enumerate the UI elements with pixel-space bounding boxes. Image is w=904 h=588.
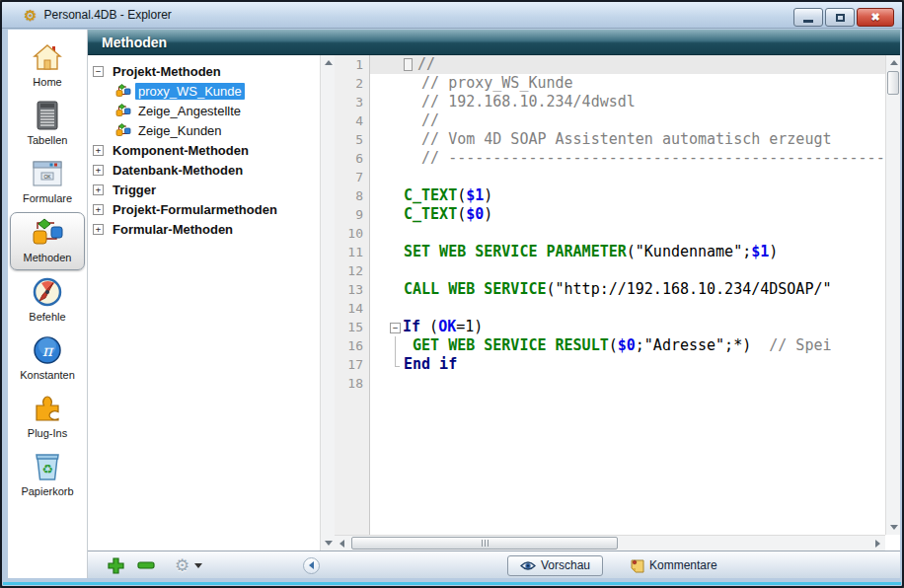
- line-number: 18: [335, 374, 363, 393]
- code-line-4[interactable]: //: [370, 111, 885, 130]
- line-number: 4: [335, 111, 363, 130]
- editor-vertical-scrollbar[interactable]: [885, 55, 900, 535]
- code-line-1[interactable]: //: [370, 55, 885, 74]
- tree-item-proxy_ws_kunde[interactable]: proxy_WS_Kunde: [88, 81, 319, 101]
- expand-box-icon[interactable]: +: [93, 165, 104, 176]
- code-area[interactable]: // // proxy_WS_Kunde // 192.168.10.234/4…: [370, 55, 885, 535]
- code-token-var: OK: [438, 318, 456, 335]
- tree-item-label: Formular-Methoden: [110, 221, 236, 238]
- minimize-button[interactable]: [793, 8, 823, 27]
- sidebar-item-label: Methoden: [24, 252, 72, 263]
- expand-box-icon[interactable]: +: [93, 204, 104, 215]
- code-line-14[interactable]: [370, 299, 885, 318]
- tree-scrollbar[interactable]: [320, 55, 335, 551]
- window-title: Personal.4DB - Explorer: [43, 8, 171, 22]
- scroll-up-icon[interactable]: [321, 55, 336, 70]
- bottom-accent-line: [3, 582, 901, 585]
- code-token-cmd: CALL WEB SERVICE: [404, 280, 547, 298]
- code-token-pln: (: [457, 186, 466, 204]
- line-number-gutter: 123456789101112131415161718: [335, 55, 370, 535]
- collapse-panel-button[interactable]: [303, 557, 320, 574]
- scroll-down-icon[interactable]: [321, 536, 336, 551]
- tree-item-label: Projekt-Methoden: [110, 63, 224, 80]
- tree-item-label: Projekt-Formularmethoden: [110, 201, 280, 218]
- close-button[interactable]: ✖: [857, 8, 894, 27]
- comments-button[interactable]: Kommentare: [631, 558, 717, 573]
- text-caret: [404, 58, 413, 71]
- code-line-6[interactable]: // -------------------------------------…: [370, 149, 885, 168]
- code-line-15[interactable]: −If (OK=1): [370, 318, 885, 336]
- line-number: 12: [335, 261, 363, 280]
- code-line-2[interactable]: // proxy_WS_Kunde: [370, 74, 885, 93]
- scroll-left-icon[interactable]: [335, 536, 349, 551]
- preview-button[interactable]: Vorschau: [507, 555, 603, 576]
- sidebar-item-label: Papierkorb: [21, 485, 73, 497]
- sidebar-item-home[interactable]: Home: [10, 37, 85, 94]
- sidebar-item-befehle[interactable]: Befehle: [10, 272, 85, 329]
- plus-icon: [108, 557, 124, 574]
- line-number: 1: [335, 55, 363, 74]
- code-line-5[interactable]: // Vom 4D SOAP Assistenten automatisch e…: [370, 130, 885, 149]
- options-menu-button[interactable]: ⚙: [175, 557, 202, 574]
- code-token-cmd: C_TEXT: [404, 186, 457, 204]
- sidebar-item-methoden[interactable]: Methoden: [10, 212, 85, 270]
- sidebar-item-tabellen[interactable]: Tabellen: [10, 96, 85, 152]
- code-line-7[interactable]: [370, 168, 885, 186]
- explorer-window: ⚙ Personal.4DB - Explorer ✖ Home Tabelle…: [0, 0, 904, 588]
- code-line-11[interactable]: SET WEB SERVICE PARAMETER("Kundenname";$…: [370, 243, 885, 261]
- editor-horizontal-scrollbar[interactable]: [335, 535, 885, 551]
- tree-item-label: Trigger: [110, 182, 159, 198]
- code-line-16[interactable]: GET WEB SERVICE RESULT($0;"Adresse";*) /…: [370, 336, 885, 355]
- form-window-icon: OK: [33, 158, 62, 189]
- remove-method-button[interactable]: [137, 561, 155, 569]
- code-line-13[interactable]: CALL WEB SERVICE("http://192.168.10.234/…: [370, 280, 885, 299]
- scroll-right-icon[interactable]: [870, 536, 885, 551]
- add-method-button[interactable]: [108, 557, 124, 574]
- pi-icon: π: [33, 334, 62, 366]
- close-icon: ✖: [870, 11, 879, 24]
- method-icon: [115, 104, 131, 118]
- code-line-18[interactable]: [370, 374, 885, 393]
- line-number: 16: [335, 336, 363, 355]
- tree-item-projekt-methoden[interactable]: −Projekt-Methoden: [88, 61, 319, 81]
- expand-box-icon[interactable]: +: [93, 145, 104, 156]
- code-line-3[interactable]: // 192.168.10.234/4dwsdl: [370, 93, 885, 111]
- tree-item-projekt-formularmethoden[interactable]: +Projekt-Formularmethoden: [88, 199, 319, 219]
- tree-item-komponent-methoden[interactable]: +Komponent-Methoden: [88, 140, 319, 160]
- scroll-thumb[interactable]: [351, 537, 618, 550]
- code-line-10[interactable]: [370, 224, 885, 243]
- trash-icon: ♻: [34, 451, 61, 482]
- tree-item-formular-methoden[interactable]: +Formular-Methoden: [88, 219, 319, 239]
- scroll-thumb[interactable]: [887, 71, 899, 95]
- tree-item-zeige_angestellte[interactable]: Zeige_Angestellte: [88, 101, 319, 120]
- title-bar[interactable]: ⚙ Personal.4DB - Explorer ✖: [2, 2, 902, 29]
- code-line-17[interactable]: End if: [370, 355, 885, 374]
- code-token-pln: [404, 336, 413, 354]
- code-token-pln: (: [609, 336, 618, 354]
- preview-label: Vorschau: [541, 558, 590, 572]
- code-editor[interactable]: 123456789101112131415161718 // // proxy_…: [335, 55, 900, 551]
- scroll-down-icon[interactable]: [886, 520, 901, 535]
- code-token-com: //: [417, 55, 435, 73]
- fold-collapse-icon[interactable]: −: [390, 323, 401, 333]
- sidebar-item-plugins[interactable]: Plug-Ins: [10, 389, 85, 445]
- code-token-pln: ("http://192.168.10.234/4DSOAP/": [547, 280, 832, 298]
- expand-box-icon[interactable]: +: [93, 224, 104, 235]
- chevron-left-icon: [309, 561, 314, 569]
- code-line-12[interactable]: [370, 261, 885, 280]
- tree-item-zeige_kunden[interactable]: Zeige_Kunden: [88, 120, 319, 140]
- code-line-9[interactable]: C_TEXT($0): [370, 205, 885, 224]
- tree-item-trigger[interactable]: +Trigger: [88, 180, 319, 199]
- code-line-8[interactable]: C_TEXT($1): [370, 186, 885, 205]
- comments-label: Kommentare: [649, 558, 717, 572]
- code-token-pln: =1): [456, 318, 483, 335]
- tree-item-datenbank-methoden[interactable]: +Datenbank-Methoden: [88, 160, 319, 180]
- scroll-up-icon[interactable]: [886, 55, 901, 70]
- collapse-box-icon[interactable]: −: [93, 66, 104, 77]
- sidebar-item-papierkorb[interactable]: ♻ Papierkorb: [10, 447, 85, 503]
- expand-box-icon[interactable]: +: [93, 184, 104, 195]
- note-icon: [631, 558, 644, 573]
- sidebar-item-konstanten[interactable]: π Konstanten: [10, 331, 85, 387]
- sidebar-item-formulare[interactable]: OK Formulare: [10, 154, 85, 210]
- maximize-button[interactable]: [825, 8, 855, 27]
